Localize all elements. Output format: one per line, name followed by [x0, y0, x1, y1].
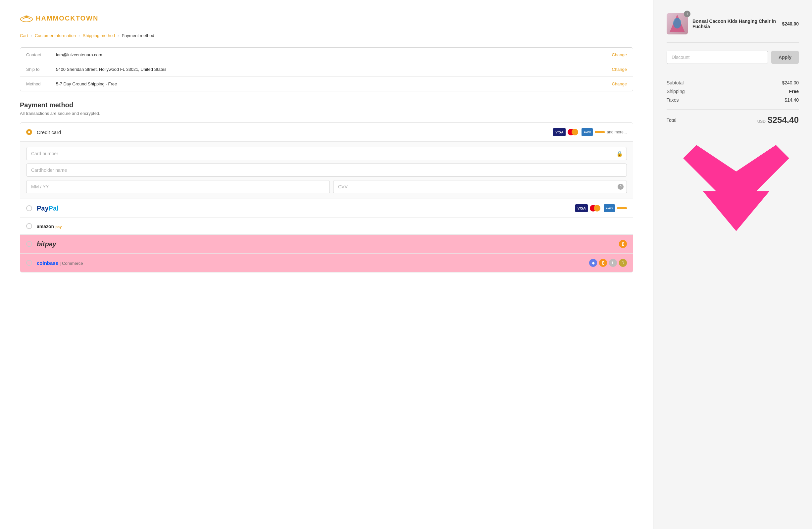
- card-number-input[interactable]: [26, 147, 627, 160]
- visa-icon: VISA: [553, 128, 566, 136]
- amex-icon: AMEX: [581, 128, 593, 136]
- discount-input[interactable]: [667, 50, 768, 64]
- paypal-other-icon: [617, 207, 627, 209]
- credit-card-icons: VISA AMEX and more...: [553, 128, 627, 136]
- paypal-label: PayPal: [37, 205, 575, 212]
- ship-change-link[interactable]: Change: [612, 67, 627, 72]
- credit-card-radio[interactable]: [26, 129, 32, 135]
- amazon-header[interactable]: amazon pay: [20, 218, 633, 234]
- paypal-header[interactable]: PayPal VISA AMEX: [20, 199, 633, 218]
- coinbase-radio[interactable]: [26, 260, 32, 266]
- card-expiry-cvv-row: ?: [26, 180, 627, 193]
- ship-value: 5400 Sheridan Street, Hollywood FL 33021…: [56, 67, 612, 72]
- paypal-amex-icon: AMEX: [604, 204, 615, 212]
- info-box: Contact iam@luizcentenaro.com Change Shi…: [20, 47, 633, 91]
- breadcrumb-current: Payment method: [121, 33, 154, 38]
- paypal-visa-icon: VISA: [575, 204, 588, 212]
- amazon-label: amazon pay: [37, 223, 627, 229]
- coinbase-btc-icon: ₿: [599, 259, 607, 267]
- payment-title: Payment method: [20, 101, 633, 109]
- logo-text: HAMMOCKTOWN: [36, 15, 98, 22]
- product-quantity-badge: 1: [684, 11, 691, 17]
- breadcrumb-customer-info[interactable]: Customer information: [35, 33, 76, 38]
- right-panel: 1 Bonsai Cacoon Kids Hanging Chair in Fu…: [653, 0, 812, 529]
- breadcrumb-shipping[interactable]: Shipping method: [83, 33, 115, 38]
- subtotal-label: Subtotal: [667, 80, 683, 85]
- contact-change-link[interactable]: Change: [612, 52, 627, 57]
- subtotal-value: $240.00: [782, 80, 799, 85]
- bitpay-label: bitpay: [37, 240, 619, 248]
- contact-value: iam@luizcentenaro.com: [56, 52, 612, 57]
- crypto-icons: ◆ ₿ Ł Ð: [589, 259, 627, 267]
- order-summary: Subtotal $240.00 Shipping Free Taxes $14…: [667, 80, 799, 103]
- svg-point-1: [25, 15, 28, 18]
- cvv-wrap: ?: [333, 180, 627, 193]
- bitpay-header[interactable]: bitpay ₿: [20, 235, 633, 253]
- product-image-wrap: 1: [667, 13, 688, 34]
- product-name: Bonsai Cacoon Kids Hanging Chair in Fuch…: [693, 18, 777, 29]
- credit-card-label: Credit card: [37, 130, 553, 135]
- breadcrumb-sep-2: ›: [78, 33, 80, 38]
- taxes-label: Taxes: [667, 97, 679, 103]
- cardholder-name-input[interactable]: [26, 163, 627, 177]
- card-number-wrap: 🔒: [26, 147, 627, 160]
- svg-marker-4: [683, 145, 789, 231]
- product-row: 1 Bonsai Cacoon Kids Hanging Chair in Fu…: [667, 13, 799, 43]
- cvv-input[interactable]: [333, 180, 627, 193]
- shipping-value: Free: [789, 89, 799, 94]
- payment-option-credit: Credit card VISA AMEX and more... 🔒: [20, 123, 633, 199]
- logo-icon: [20, 13, 33, 23]
- bitcoin-icon: ₿: [619, 240, 627, 248]
- ltc-icon: Ł: [609, 259, 617, 267]
- payment-option-amazon: amazon pay: [20, 218, 633, 235]
- product-price: $240.00: [782, 21, 799, 27]
- total-currency: USD: [757, 119, 766, 124]
- total-row: Total USD $254.40: [667, 109, 799, 125]
- info-row-contact: Contact iam@luizcentenaro.com Change: [20, 48, 633, 62]
- method-value: 5-7 Day Ground Shipping · Free: [56, 82, 612, 86]
- left-panel: HAMMOCKTOWN Cart › Customer information …: [0, 0, 653, 529]
- taxes-value: $14.40: [784, 97, 799, 103]
- discount-row: Apply: [667, 50, 799, 72]
- coinbase-label: coinbase| Commerce: [37, 260, 589, 266]
- expiry-input[interactable]: [26, 180, 330, 193]
- breadcrumb-sep-3: ›: [118, 33, 119, 38]
- pink-arrow-annotation: [683, 145, 789, 231]
- product-image: [667, 13, 688, 34]
- payment-option-coinbase: coinbase| Commerce ◆ ₿ Ł Ð: [20, 253, 633, 272]
- paypal-card-icons: VISA AMEX: [575, 204, 627, 212]
- breadcrumb-sep-1: ›: [31, 33, 32, 38]
- other-card-icon: [595, 131, 605, 133]
- shipping-label: Shipping: [667, 89, 685, 94]
- coinbase-header[interactable]: coinbase| Commerce ◆ ₿ Ł Ð: [20, 253, 633, 272]
- product-thumbnail: [669, 14, 685, 34]
- payment-option-paypal: PayPal VISA AMEX: [20, 199, 633, 218]
- product-info: Bonsai Cacoon Kids Hanging Chair in Fuch…: [693, 18, 777, 29]
- cvv-help-icon[interactable]: ?: [618, 184, 624, 190]
- total-value: $254.40: [768, 115, 799, 125]
- subtotal-row: Subtotal $240.00: [667, 80, 799, 85]
- svg-point-3: [673, 18, 681, 28]
- apply-discount-button[interactable]: Apply: [771, 50, 799, 64]
- bitpay-radio[interactable]: [26, 241, 32, 247]
- payment-subtitle: All transactions are secure and encrypte…: [20, 111, 633, 116]
- credit-card-header[interactable]: Credit card VISA AMEX and more...: [20, 123, 633, 141]
- payment-option-bitpay: bitpay ₿: [20, 235, 633, 253]
- eth-icon: ◆: [589, 259, 597, 267]
- method-label: Method: [26, 82, 56, 86]
- paypal-radio[interactable]: [26, 205, 32, 211]
- total-label: Total: [667, 118, 677, 123]
- info-row-method: Method 5-7 Day Ground Shipping · Free Ch…: [20, 77, 633, 91]
- amazon-radio[interactable]: [26, 223, 32, 229]
- mastercard-icon: [568, 129, 580, 136]
- doge-icon: Ð: [619, 259, 627, 267]
- method-change-link[interactable]: Change: [612, 82, 627, 86]
- arrow-container: [667, 132, 799, 231]
- info-row-ship: Ship to 5400 Sheridan Street, Hollywood …: [20, 62, 633, 77]
- logo: HAMMOCKTOWN: [20, 13, 633, 23]
- ship-label: Ship to: [26, 67, 56, 72]
- lock-icon: 🔒: [616, 151, 623, 157]
- breadcrumb-cart[interactable]: Cart: [20, 33, 28, 38]
- total-amount: USD $254.40: [757, 115, 799, 125]
- credit-card-form: 🔒 ?: [20, 141, 633, 199]
